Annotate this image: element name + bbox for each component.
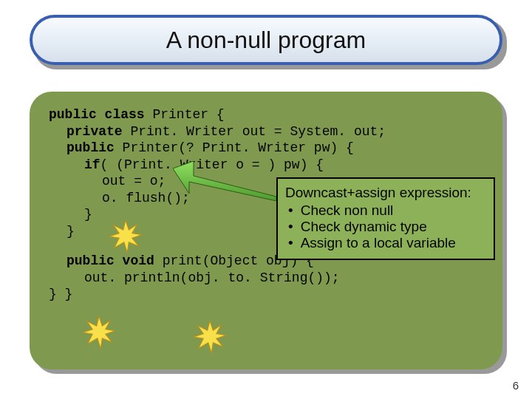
code-line: public Printer(? Print. Writer pw) { <box>66 140 483 157</box>
starburst-icon <box>83 316 115 349</box>
code-line: out. println(obj. to. String()); <box>84 270 483 287</box>
svg-marker-0 <box>173 161 276 201</box>
svg-marker-3 <box>194 321 226 353</box>
svg-marker-2 <box>83 316 115 349</box>
callout-heading: Downcast+assign expression: <box>285 185 486 201</box>
callout-item: Assign to a local variable <box>285 235 486 251</box>
starburst-icon <box>194 321 226 353</box>
arrow-icon <box>173 161 276 201</box>
code-line: if( (Print. Writer o = ) pw) { <box>84 157 483 174</box>
slide-title-bar: A non-null program <box>30 15 502 65</box>
code-line: } } <box>49 286 483 303</box>
callout-list: Check non null Check dynamic type Assign… <box>285 202 486 251</box>
slide-title: A non-null program <box>166 27 366 54</box>
slide-number: 6 <box>513 379 519 392</box>
starburst-icon <box>109 220 142 253</box>
code-line: private Print. Writer out = System. out; <box>66 123 483 140</box>
title-pill: A non-null program <box>30 15 502 65</box>
callout-item: Check dynamic type <box>285 219 486 235</box>
callout-item: Check non null <box>285 202 486 219</box>
svg-marker-1 <box>109 220 142 253</box>
code-line: public class Printer { <box>49 106 483 123</box>
callout-box: Downcast+assign expression: Check non nu… <box>276 177 495 260</box>
